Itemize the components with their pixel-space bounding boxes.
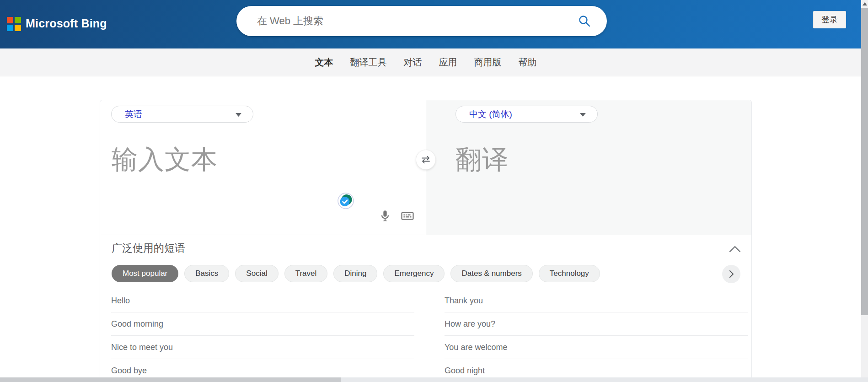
tab-help[interactable]: 帮助: [519, 56, 537, 69]
phrase-category-chips: Most popular Basics Social Travel Dining…: [112, 265, 600, 282]
source-text-placeholder[interactable]: 输入文本: [112, 142, 218, 178]
swap-languages-icon: [421, 155, 431, 164]
chevron-up-icon: [729, 245, 741, 253]
translator-card: 英语 中文 (简体) 输入文本 翻译: [100, 100, 752, 382]
phrases-section-title: 广泛使用的短语: [112, 241, 185, 255]
keyboard-icon: [401, 210, 414, 221]
phrase-item[interactable]: Thank you: [445, 289, 748, 312]
scrollbar-corner: [861, 377, 868, 382]
phrase-column-left: Hello Good morning Nice to meet you Good…: [111, 289, 414, 382]
search-icon[interactable]: [578, 14, 591, 28]
microphone-button[interactable]: [378, 209, 392, 223]
phrase-item[interactable]: How are you?: [445, 312, 748, 336]
extension-check-badge-icon[interactable]: [338, 193, 354, 209]
brand-title[interactable]: Microsoft Bing: [26, 17, 107, 30]
keyboard-button[interactable]: [401, 209, 414, 223]
tab-business[interactable]: 商用版: [474, 56, 502, 69]
logo-square-red: [7, 17, 13, 23]
phrase-item[interactable]: Nice to meet you: [111, 336, 414, 359]
chip-dates-numbers[interactable]: Dates & numbers: [450, 265, 532, 282]
search-input[interactable]: [236, 6, 607, 36]
chip-emergency[interactable]: Emergency: [383, 265, 445, 282]
horizontal-scrollbar[interactable]: [0, 377, 861, 382]
microphone-icon: [379, 210, 391, 222]
target-language-label: 中文 (简体): [469, 106, 512, 123]
phrase-item[interactable]: You are welcome: [445, 336, 748, 359]
vertical-scrollbar-thumb[interactable]: [861, 8, 868, 315]
web-search-bar: [236, 6, 607, 36]
target-text-placeholder: 翻译: [455, 142, 509, 178]
scrollbar-up-arrow-icon[interactable]: [863, 2, 867, 5]
phrase-item[interactable]: Hello: [111, 289, 414, 312]
translate-panels: 英语 中文 (简体) 输入文本 翻译: [100, 100, 751, 235]
chip-dining[interactable]: Dining: [333, 265, 377, 282]
logo-square-yellow: [15, 25, 21, 31]
chevron-down-icon: [580, 113, 586, 117]
phrase-column-right: Thank you How are you? You are welcome G…: [445, 289, 748, 382]
tab-conversation[interactable]: 对话: [404, 56, 422, 69]
chevron-down-icon: [236, 113, 241, 117]
nav-tabs: 文本 翻译工具 对话 应用 商用版 帮助: [100, 48, 752, 76]
phrase-list: Hello Good morning Nice to meet you Good…: [111, 289, 748, 382]
microsoft-logo-icon[interactable]: [7, 17, 21, 31]
tab-text[interactable]: 文本: [315, 56, 333, 69]
bing-translator-page: Microsoft Bing 登录 文本 翻译工具 对话 应用 商用版 帮助: [0, 0, 868, 382]
chip-technology[interactable]: Technology: [539, 265, 600, 282]
source-language-dropdown[interactable]: 英语: [111, 106, 253, 123]
header-bar: Microsoft Bing 登录: [0, 0, 868, 48]
logo-square-green: [15, 17, 21, 23]
swap-languages-button[interactable]: [416, 150, 435, 169]
collapse-phrases-button[interactable]: [729, 245, 742, 255]
vertical-scrollbar[interactable]: [861, 0, 868, 382]
chip-travel[interactable]: Travel: [284, 265, 328, 282]
phrase-item[interactable]: Good morning: [111, 312, 414, 336]
chips-scroll-right-button[interactable]: [722, 265, 740, 283]
chip-social[interactable]: Social: [235, 265, 278, 282]
sign-in-label: 登录: [821, 14, 838, 25]
logo-square-blue: [7, 25, 13, 31]
target-language-dropdown[interactable]: 中文 (简体): [455, 106, 598, 123]
tab-apps[interactable]: 应用: [439, 56, 457, 69]
translator-nav-bar: 文本 翻译工具 对话 应用 商用版 帮助: [0, 48, 868, 76]
chip-basics[interactable]: Basics: [184, 265, 229, 282]
sign-in-button[interactable]: 登录: [813, 11, 846, 28]
horizontal-scrollbar-thumb[interactable]: [0, 377, 341, 382]
source-language-label: 英语: [125, 106, 142, 123]
tab-translation-tools[interactable]: 翻译工具: [350, 56, 387, 69]
chevron-right-icon: [727, 269, 735, 279]
chip-most-popular[interactable]: Most popular: [112, 265, 178, 282]
